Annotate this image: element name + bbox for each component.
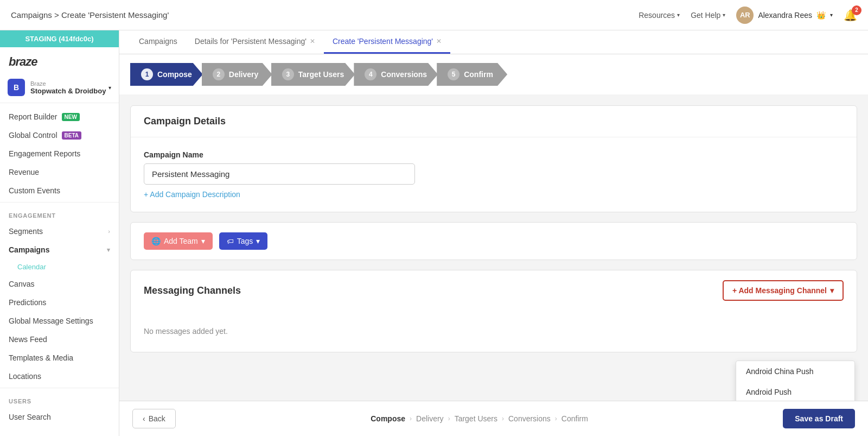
step-1-num: 1 (141, 68, 153, 80)
sidebar-item-revenue[interactable]: Revenue (0, 163, 119, 181)
step-5-confirm[interactable]: 5 Confirm (438, 63, 507, 86)
workspace-name: Stopwatch & Droidboy (30, 87, 106, 95)
bottom-step-confirm: Confirm (561, 414, 588, 423)
messaging-channels-header: Messaging Channels + Add Messaging Chann… (131, 270, 857, 311)
tags-button[interactable]: 🏷 Tags ▾ (219, 232, 268, 250)
tab-campaigns[interactable]: Campaigns (130, 30, 186, 54)
step-3-target[interactable]: 3 Target Users (272, 63, 355, 86)
tab-details-label: Details for 'Persistent Messaging' (195, 37, 307, 46)
messaging-channels-title: Messaging Channels (144, 285, 241, 296)
steps-wrapper: 1 Compose 2 Delivery 3 Target Users (130, 63, 507, 86)
step-2-delivery[interactable]: 2 Delivery (203, 63, 272, 86)
no-messages-text: No messages added yet. (131, 311, 857, 352)
sidebar-item-locations[interactable]: Locations (0, 367, 119, 386)
tab-create[interactable]: Create 'Persistent Messaging' ✕ (324, 30, 450, 54)
sidebar-nav: Report Builder NEW Global Control BETA E… (0, 103, 119, 431)
workspace-inner: B Braze Stopwatch & Droidboy (8, 79, 106, 96)
add-messaging-channel-button[interactable]: + Add Messaging Channel ▾ (723, 280, 844, 301)
sidebar-item-campaigns[interactable]: Campaigns ▾ (0, 241, 119, 259)
tab-create-close-icon[interactable]: ✕ (436, 37, 442, 45)
add-channel-dropdown: Android China Push Android Push Content … (736, 361, 855, 401)
get-help-caret-icon: ▾ (723, 12, 725, 18)
notification-bell[interactable]: 🔔 2 (844, 9, 857, 22)
save-as-draft-button[interactable]: Save as Draft (783, 409, 855, 428)
content-area: Campaigns Details for 'Persistent Messag… (119, 30, 868, 436)
get-help-link[interactable]: Get Help ▾ (691, 11, 725, 20)
bottom-bar: ‹ Back Compose › Delivery › Target Users… (119, 401, 868, 436)
step-sep-2: › (448, 415, 450, 422)
sidebar-item-canvas[interactable]: Canvas (0, 275, 119, 293)
tab-details-close-icon[interactable]: ✕ (310, 37, 315, 45)
step-1-label: Compose (157, 70, 192, 79)
username-label: Alexandra Rees (758, 11, 812, 20)
user-area[interactable]: AR Alexandra Rees 👑 ▾ (736, 7, 833, 24)
step-3-num: 3 (282, 68, 294, 80)
sidebar-item-global-control[interactable]: Global Control BETA (0, 126, 119, 144)
sidebar-item-global-message-settings[interactable]: Global Message Settings (0, 312, 119, 330)
tabs-bar: Campaigns Details for 'Persistent Messag… (119, 30, 868, 54)
bottom-steps-nav: Compose › Delivery › Target Users › Conv… (371, 414, 588, 423)
sidebar-item-report-builder[interactable]: Report Builder NEW (0, 108, 119, 126)
campaign-details-header: Campaign Details (131, 106, 857, 137)
step-3-label: Target Users (298, 70, 344, 79)
step-sep-4: › (555, 415, 557, 422)
bottom-step-target: Target Users (455, 414, 497, 423)
team-tags-area: 🌐 Add Team ▾ 🏷 Tags ▾ (130, 222, 857, 260)
sidebar-item-segments[interactable]: Segments › (0, 222, 119, 241)
add-team-caret-icon: ▾ (201, 237, 205, 245)
add-team-label: Add Team (164, 237, 198, 245)
tags-caret-icon: ▾ (256, 237, 260, 245)
resources-link[interactable]: Resources ▾ (639, 11, 680, 20)
dropdown-item-android-china-push[interactable]: Android China Push (736, 361, 854, 382)
sidebar-item-calendar[interactable]: Calendar (0, 259, 119, 275)
breadcrumb: Campaigns > Create 'Persistent Messaging… (11, 10, 169, 20)
bottom-step-conversions: Conversions (508, 414, 551, 423)
tag-icon: 🏷 (227, 237, 234, 245)
braze-logo: braze (0, 47, 119, 72)
campaign-details-body: Campaign Name + Add Campaign Description (131, 137, 857, 212)
bottom-step-delivery: Delivery (416, 414, 444, 423)
workspace-selector[interactable]: B Braze Stopwatch & Droidboy ▾ (0, 72, 119, 103)
sidebar-item-user-search[interactable]: User Search (0, 408, 119, 426)
step-1-compose[interactable]: 1 Compose (130, 63, 203, 86)
workspace-brand: Braze (30, 80, 106, 87)
segments-chevron-icon: › (108, 228, 110, 235)
step-sep-3: › (502, 415, 504, 422)
add-description-link[interactable]: + Add Campaign Description (144, 190, 240, 199)
notification-badge: 2 (852, 5, 861, 15)
globe-icon: 🌐 (151, 237, 161, 245)
workspace-icon: B (8, 79, 25, 96)
back-arrow-icon: ‹ (143, 414, 145, 423)
step-4-conversions[interactable]: 4 Conversions (355, 63, 438, 86)
page-content: Campaign Details Campaign Name + Add Cam… (119, 94, 868, 401)
user-caret-icon: ▾ (830, 12, 833, 18)
workspace-caret-icon: ▾ (108, 85, 111, 91)
sidebar-item-news-feed[interactable]: News Feed (0, 330, 119, 349)
sidebar-item-templates-media[interactable]: Templates & Media (0, 349, 119, 367)
campaign-details-title: Campaign Details (144, 116, 844, 127)
step-2-label: Delivery (229, 70, 258, 79)
topbar-left: Campaigns > Create 'Persistent Messaging… (11, 10, 169, 20)
back-button[interactable]: ‹ Back (132, 409, 176, 428)
avatar: AR (736, 7, 754, 24)
staging-badge: STAGING (414fdc0c) (0, 30, 119, 47)
add-team-button[interactable]: 🌐 Add Team ▾ (144, 232, 213, 250)
users-section-label: USERS (0, 390, 119, 408)
campaign-name-input[interactable] (144, 163, 415, 185)
sidebar-item-engagement-reports[interactable]: Engagement Reports (0, 144, 119, 163)
step-5-num: 5 (448, 68, 459, 80)
sidebar-item-custom-events[interactable]: Custom Events (0, 181, 119, 200)
tags-label: Tags (237, 237, 253, 245)
workspace-text: Braze Stopwatch & Droidboy (30, 80, 106, 95)
steps-bar: 1 Compose 2 Delivery 3 Target Users (119, 54, 868, 94)
sidebar-item-predictions[interactable]: Predictions (0, 293, 119, 312)
engagement-section-label: ENGAGEMENT (0, 205, 119, 222)
tab-details[interactable]: Details for 'Persistent Messaging' ✕ (186, 30, 324, 54)
dropdown-item-android-push[interactable]: Android Push (736, 382, 854, 401)
campaign-details-card: Campaign Details Campaign Name + Add Cam… (130, 105, 857, 212)
step-sep-1: › (410, 415, 412, 422)
tab-campaigns-label: Campaigns (139, 37, 177, 46)
bottom-step-compose: Compose (371, 414, 405, 423)
save-as-draft-label: Save as Draft (795, 414, 843, 423)
step-4-num: 4 (365, 68, 376, 80)
